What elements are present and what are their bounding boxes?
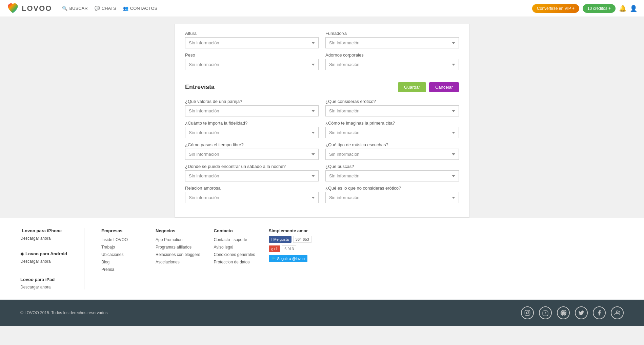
guardar-button[interactable]: Guardar: [398, 82, 426, 92]
fumador-group: Fumador/a Sin información: [325, 31, 459, 48]
q2-left-select[interactable]: Sin información: [185, 127, 319, 138]
empresas-title: Empresas: [101, 228, 142, 233]
credits-button[interactable]: 10 créditos +: [583, 4, 616, 13]
footer-condiciones-generales[interactable]: Condiciones generales: [214, 252, 255, 257]
q2-left-label: ¿Cuánto te importa la fidelidad?: [185, 121, 319, 126]
q3-right-label: ¿Qué tipo de música escuchas?: [325, 142, 459, 147]
peso-group: Peso Sin información: [185, 52, 319, 70]
android-download-link[interactable]: Descargar ahora: [20, 259, 67, 264]
peso-select[interactable]: Sin información: [185, 59, 319, 70]
svg-rect-0: [525, 310, 530, 316]
footer-prensa[interactable]: Prensa: [101, 267, 142, 272]
gplus-button[interactable]: g+1: [269, 245, 281, 252]
q2-left-group: ¿Cuánto te importa la fidelidad? Sin inf…: [185, 121, 319, 138]
fumador-select[interactable]: Sin información: [325, 37, 459, 48]
footer-app-promotion[interactable]: App Promotion: [156, 237, 200, 242]
nav-buscar[interactable]: 🔍 BUSCAR: [62, 6, 87, 11]
twitter-icon: 🐦: [271, 256, 276, 261]
q5-left-select[interactable]: Sin información: [185, 192, 319, 203]
footer-relaciones-bloggers[interactable]: Relaciones con bloggers: [156, 252, 200, 257]
footer-trabajo[interactable]: Trabajo: [101, 245, 142, 250]
footer-negocios-col: Negocios App Promotion Programas afiliad…: [156, 228, 200, 289]
question-row-4: ¿Dónde se puede encontrar un sábado a la…: [185, 164, 459, 181]
q5-left-label: Relacion amorosa: [185, 186, 319, 191]
footer-proteccion-datos[interactable]: Proteccion de datos: [214, 260, 255, 264]
altura-group: Altura Sin información: [185, 31, 319, 48]
question-row-2: ¿Cuánto te importa la fidelidad? Sin inf…: [185, 121, 459, 138]
footer-mobile-col: Lovoo para iPhone Descargar ahora ◆ Lovo…: [20, 228, 67, 289]
logo-heart-icon: [7, 2, 19, 15]
instagram-icon[interactable]: [521, 306, 534, 319]
q4-left-group: ¿Dónde se puede encontrar un sábado a la…: [185, 164, 319, 181]
footer-contacto-col: Contacto Contacto - soporte Aviso legal …: [214, 228, 255, 289]
action-buttons: Guardar Cancelar: [398, 82, 459, 92]
q3-left-select[interactable]: Sin información: [185, 149, 319, 160]
question-row-5: Relacion amorosa Sin información ¿Qué es…: [185, 186, 459, 203]
section-divider: [185, 77, 459, 77]
altura-label: Altura: [185, 31, 319, 36]
twitter-footer-icon[interactable]: [575, 306, 588, 319]
ipad-download-link[interactable]: Descargar ahora: [20, 285, 67, 289]
svg-point-1: [526, 312, 528, 314]
footer-inside-lovoo[interactable]: Inside LOVOO: [101, 237, 142, 242]
q2-right-label: ¿Cómo te imaginas la primera cita?: [325, 121, 459, 126]
social-title: Simplemente amar: [269, 228, 311, 233]
q3-right-group: ¿Qué tipo de música escuchas? Sin inform…: [325, 142, 459, 160]
googleplus-footer-icon[interactable]: [611, 306, 624, 319]
q4-right-select[interactable]: Sin información: [325, 170, 459, 181]
search-icon: 🔍: [62, 6, 67, 11]
iphone-link[interactable]: Lovoo para iPhone: [20, 228, 67, 233]
profile-form: Altura Sin información Fumador/a Sin inf…: [175, 24, 469, 218]
fumador-label: Fumador/a: [325, 31, 459, 36]
q2-right-select[interactable]: Sin información: [325, 127, 459, 138]
nav-contactos[interactable]: 👥 CONTACTOS: [123, 6, 157, 11]
footer-main: Lovoo para iPhone Descargar ahora ◆ Lovo…: [0, 218, 644, 300]
q4-right-label: ¿Qué buscas?: [325, 164, 459, 169]
ipad-link[interactable]: Lovoo para iPad: [20, 277, 67, 282]
altura-select[interactable]: Sin información: [185, 37, 319, 48]
footer-programas-afiliados[interactable]: Programas afiliados: [156, 245, 200, 250]
user-avatar-icon[interactable]: 👤: [630, 5, 637, 12]
iphone-download-link[interactable]: Descargar ahora: [20, 236, 67, 241]
notification-bell-icon[interactable]: 🔔: [619, 5, 626, 12]
q1-right-select[interactable]: Sin información: [325, 105, 459, 116]
gplus-row: g+1 6.913: [269, 245, 311, 252]
q4-left-select[interactable]: Sin información: [185, 170, 319, 181]
twitter-follow-button[interactable]: 🐦 Seguir a @lovoo: [269, 255, 308, 262]
youtube-icon[interactable]: [539, 306, 552, 319]
section-title: Entrevista: [185, 84, 215, 91]
question-row-1: ¿Qué valoras de una pareja? Sin informac…: [185, 99, 459, 116]
pinterest-icon[interactable]: [557, 306, 570, 319]
q5-right-group: ¿Qué es lo que no consideras erótico? Si…: [325, 186, 459, 203]
android-link[interactable]: ◆ Lovoo para Android: [20, 251, 67, 256]
q3-right-select[interactable]: Sin información: [325, 149, 459, 160]
peso-label: Peso: [185, 52, 319, 58]
fb-count: 364 653: [293, 236, 311, 243]
peso-adornos-row: Peso Sin información Adornos corporales …: [185, 52, 459, 70]
negocios-title: Negocios: [156, 228, 200, 233]
q5-right-label: ¿Qué es lo que no consideras erótico?: [325, 186, 459, 191]
footer-contacto-soporte[interactable]: Contacto - soporte: [214, 237, 255, 242]
footer-aviso-legal[interactable]: Aviso legal: [214, 245, 255, 250]
cancelar-button[interactable]: Cancelar: [429, 82, 459, 92]
entrevista-section-header: Entrevista Guardar Cancelar: [185, 82, 459, 92]
q1-left-label: ¿Qué valoras de una pareja?: [185, 99, 319, 104]
footer-asociaciones[interactable]: Asociaciones: [156, 260, 200, 264]
header-actions: Convertirse en VIP + 10 créditos + 🔔 👤: [532, 4, 637, 13]
q4-left-label: ¿Dónde se puede encontrar un sábado a la…: [185, 164, 319, 169]
facebook-icon: f: [271, 237, 273, 241]
footer-blog[interactable]: Blog: [101, 260, 142, 264]
footer-ubicaciones[interactable]: Ubicaciones: [101, 252, 142, 257]
main-content: Altura Sin información Fumador/a Sin inf…: [0, 17, 644, 333]
vip-button[interactable]: Convertirse en VIP +: [532, 4, 579, 13]
q5-left-group: Relacion amorosa Sin información: [185, 186, 319, 203]
facebook-footer-icon[interactable]: [593, 306, 606, 319]
nav-chats[interactable]: 💬 CHATS: [95, 6, 116, 11]
people-icon: 👥: [123, 6, 128, 11]
q1-left-select[interactable]: Sin información: [185, 105, 319, 116]
fb-like-button[interactable]: f Me gusta: [269, 236, 291, 243]
adornos-select[interactable]: Sin información: [325, 59, 459, 70]
q5-right-select[interactable]: Sin información: [325, 192, 459, 203]
gplus-count: 6.913: [282, 245, 296, 252]
logo[interactable]: LOVOO: [7, 2, 52, 15]
